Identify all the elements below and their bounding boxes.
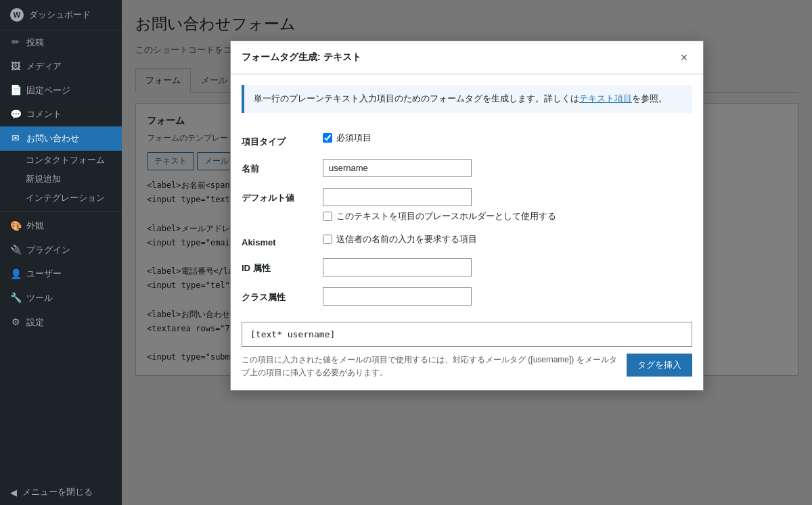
- akismet-checkbox[interactable]: [323, 235, 332, 244]
- modal-info-link[interactable]: テキスト項目: [579, 93, 632, 103]
- sidebar-item-media[interactable]: 🖼 メディア: [0, 55, 122, 79]
- modal-title: フォームタグ生成: テキスト: [242, 51, 361, 64]
- sidebar-separator: [0, 211, 122, 212]
- sidebar-item-label: 設定: [26, 316, 44, 329]
- placeholder-checkbox-row: このテキストを項目のプレースホルダーとして使用する: [323, 210, 692, 222]
- sidebar-item-plugins[interactable]: 🔌 プラグイン: [0, 238, 122, 262]
- akismet-checkbox-label: 送信者の名前の入力を要求する項目: [336, 233, 477, 245]
- akismet-checkbox-row: 送信者の名前の入力を要求する項目: [323, 233, 692, 245]
- modal-close-button[interactable]: ×: [676, 49, 692, 66]
- sidebar: W ダッシュボード ✏ 投稿 🖼 メディア 📄 固定ページ 💬 コメント ✉ お…: [0, 0, 122, 505]
- insert-tag-button[interactable]: タグを挿入: [627, 354, 692, 377]
- default-row: デフォルト値 このテキストを項目のプレースホルダーとして使用する: [242, 183, 692, 228]
- tools-icon: 🔧: [10, 291, 21, 305]
- item-type-label: 項目タイプ: [242, 132, 323, 148]
- sidebar-item-label: ユーザー: [26, 268, 62, 280]
- sidebar-logo[interactable]: W ダッシュボード: [0, 0, 122, 30]
- class-input[interactable]: [323, 287, 472, 306]
- name-label: 名前: [242, 159, 323, 175]
- sidebar-item-label: メディア: [26, 60, 62, 72]
- sidebar-item-appearance[interactable]: 🎨 外観: [0, 214, 122, 239]
- modal-info: 単一行のプレーンテキスト入力項目のためのフォームタグを生成します。詳しくはテキス…: [242, 85, 692, 113]
- sidebar-item-settings[interactable]: ⚙ 設定: [0, 310, 122, 335]
- sidebar-item-label: プラグイン: [26, 244, 70, 256]
- sidebar-item-new[interactable]: 新規追加: [20, 170, 122, 189]
- sidebar-item-label: インテグレーション: [26, 192, 105, 204]
- sidebar-item-label: お問い合わせ: [26, 133, 79, 145]
- item-type-field: 必須項目: [323, 132, 692, 144]
- sidebar-item-label: 固定ページ: [26, 85, 70, 97]
- sidebar-item-contact[interactable]: ✉ お問い合わせ: [0, 126, 122, 151]
- akismet-row: Akismet 送信者の名前の入力を要求する項目: [242, 228, 692, 253]
- modal-info-text: 単一行のプレーンテキスト入力項目のためのフォームタグを生成します。詳しくは: [254, 93, 579, 103]
- tag-preview-section: この項目に入力された値をメールの項目で使用するには、対応するメールタグ ([us…: [242, 322, 692, 379]
- modal-header: フォームタグ生成: テキスト ×: [231, 41, 703, 74]
- class-field-cell: [323, 287, 692, 306]
- required-checkbox-label: 必須項目: [336, 132, 371, 144]
- akismet-field-cell: 送信者の名前の入力を要求する項目: [323, 233, 692, 245]
- required-checkbox[interactable]: [323, 133, 332, 143]
- sidebar-item-posts[interactable]: ✏ 投稿: [0, 30, 122, 55]
- sidebar-item-label: コメント: [26, 108, 62, 120]
- modal-info-suffix: を参照。: [632, 93, 667, 103]
- modal-dialog: フォームタグ生成: テキスト × 単一行のプレーンテキスト入力項目のためのフォー…: [230, 41, 704, 391]
- modal-overlay[interactable]: フォームタグ生成: テキスト × 単一行のプレーンテキスト入力項目のためのフォー…: [122, 0, 812, 505]
- sidebar-item-integration[interactable]: インテグレーション: [20, 189, 122, 208]
- item-type-row: 項目タイプ 必須項目: [242, 126, 692, 153]
- close-menu-button[interactable]: ◀ メニューを閉じる: [0, 479, 122, 505]
- sidebar-logo-label: ダッシュボード: [29, 9, 91, 21]
- default-field-cell: このテキストを項目のプレースホルダーとして使用する: [323, 188, 692, 222]
- id-input[interactable]: [323, 258, 472, 276]
- sidebar-item-tools[interactable]: 🔧 ツール: [0, 286, 122, 310]
- plugins-icon: 🔌: [10, 243, 21, 257]
- sidebar-item-contact-forms[interactable]: コンタクトフォーム: [20, 151, 122, 170]
- akismet-label: Akismet: [242, 233, 323, 247]
- name-input[interactable]: [323, 159, 472, 177]
- placeholder-checkbox-label: このテキストを項目のプレースホルダーとして使用する: [336, 210, 556, 222]
- name-row: 名前: [242, 153, 692, 183]
- modal-footer-note: この項目に入力された値をメールの項目で使用するには、対応するメールタグ ([us…: [242, 354, 618, 379]
- placeholder-checkbox[interactable]: [323, 212, 332, 221]
- main-area: お問い合わせフォーム このショートコードをコピーして [contact-form…: [122, 0, 812, 505]
- close-menu-icon: ◀: [10, 487, 17, 498]
- sidebar-item-comments[interactable]: 💬 コメント: [0, 103, 122, 127]
- sidebar-item-pages[interactable]: 📄 固定ページ: [0, 78, 122, 103]
- settings-icon: ⚙: [10, 316, 21, 329]
- class-row: クラス属性: [242, 282, 692, 311]
- required-checkbox-row: 必須項目: [323, 132, 692, 144]
- users-icon: 👤: [10, 268, 21, 281]
- default-input[interactable]: [323, 188, 472, 206]
- class-label: クラス属性: [242, 287, 323, 304]
- contact-icon: ✉: [10, 132, 21, 145]
- pages-icon: 📄: [10, 84, 21, 97]
- id-label: ID 属性: [242, 258, 323, 274]
- modal-footer-row: この項目に入力された値をメールの項目で使用するには、対応するメールタグ ([us…: [242, 354, 692, 379]
- appearance-icon: 🎨: [10, 220, 21, 233]
- id-field-cell: [323, 258, 692, 276]
- media-icon: 🖼: [10, 60, 21, 74]
- sidebar-item-label: 新規追加: [26, 173, 61, 185]
- id-row: ID 属性: [242, 253, 692, 282]
- name-field-cell: [323, 159, 692, 177]
- posts-icon: ✏: [10, 36, 21, 49]
- comments-icon: 💬: [10, 108, 21, 122]
- tag-preview-input[interactable]: [242, 322, 692, 347]
- sidebar-item-label: ツール: [26, 292, 53, 304]
- sidebar-item-label: コンタクトフォーム: [26, 154, 105, 166]
- close-menu-label: メニューを閉じる: [22, 486, 93, 498]
- wordpress-icon: W: [10, 8, 24, 22]
- modal-body: 単一行のプレーンテキスト入力項目のためのフォームタグを生成します。詳しくはテキス…: [231, 74, 703, 390]
- default-label: デフォルト値: [242, 188, 323, 204]
- sidebar-submenu-contact: コンタクトフォーム 新規追加 インテグレーション: [0, 151, 122, 208]
- sidebar-item-label: 外観: [26, 220, 44, 232]
- sidebar-item-label: 投稿: [26, 37, 44, 49]
- sidebar-item-users[interactable]: 👤 ユーザー: [0, 262, 122, 287]
